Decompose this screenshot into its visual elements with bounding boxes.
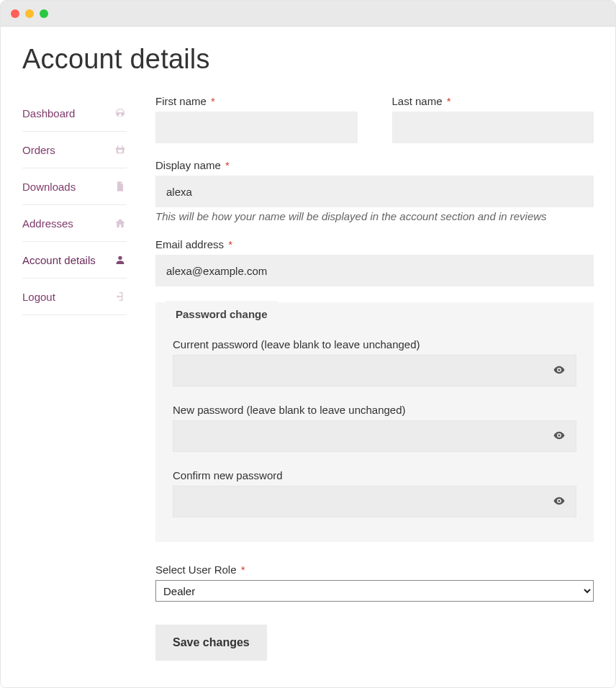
home-icon [114,217,127,230]
toggle-confirm-password-visibility[interactable] [549,492,569,512]
password-change-legend: Password change [166,301,278,327]
page-title: Account details [22,44,594,75]
current-password-label: Current password (leave blank to leave u… [173,338,576,350]
user-icon [114,253,127,266]
sidebar-item-dashboard[interactable]: Dashboard [22,95,127,132]
page-content: Account details Dashboard Orders [1,27,615,687]
basket-icon [114,143,127,156]
account-details-form: First name * Last name * [155,95,594,661]
required-marker: * [228,238,232,250]
save-changes-button[interactable]: Save changes [155,625,267,661]
required-marker: * [225,159,230,171]
sidebar-item-label: Downloads [22,181,76,193]
toggle-current-password-visibility[interactable] [549,361,569,381]
last-name-input[interactable] [392,112,594,143]
email-input[interactable] [155,255,594,286]
user-role-select[interactable]: Dealer [155,580,594,602]
email-label: Email address * [155,238,594,250]
display-name-input[interactable] [155,176,594,207]
dashboard-icon [114,107,127,119]
sidebar-item-account-details[interactable]: Account details [22,242,127,279]
required-marker: * [447,95,451,107]
window-close-dot[interactable] [11,9,19,18]
confirm-password-label: Confirm new password [173,469,576,481]
eye-icon [553,429,566,444]
account-sidebar: Dashboard Orders Downloads [22,95,127,315]
sidebar-item-logout[interactable]: Logout [22,279,127,315]
file-icon [114,180,127,193]
new-password-label: New password (leave blank to leave uncha… [173,404,576,416]
window-titlebar [1,1,615,27]
first-name-label: First name * [155,95,358,107]
new-password-input[interactable] [173,420,576,452]
window-maximize-dot[interactable] [40,9,48,18]
toggle-new-password-visibility[interactable] [549,426,569,446]
sidebar-item-downloads[interactable]: Downloads [22,168,127,205]
display-name-label: Display name * [155,159,594,171]
current-password-input[interactable] [173,355,576,386]
sidebar-item-label: Logout [22,291,55,303]
eye-icon [553,494,566,510]
confirm-password-input[interactable] [173,486,576,517]
app-window: Account details Dashboard Orders [0,0,616,688]
sidebar-item-label: Account details [22,254,96,266]
required-marker: * [241,563,245,576]
eye-icon [553,363,566,379]
sidebar-item-label: Addresses [22,217,73,230]
password-change-section: Password change Current password (leave … [155,302,594,542]
user-role-label: Select User Role * [155,563,594,576]
required-marker: * [211,95,215,107]
display-name-hint: This will be how your name will be displ… [155,210,594,222]
first-name-input[interactable] [155,112,358,143]
last-name-label: Last name * [392,95,594,107]
sidebar-item-label: Orders [22,144,55,156]
logout-icon [114,290,127,303]
window-minimize-dot[interactable] [25,9,34,18]
sidebar-item-addresses[interactable]: Addresses [22,205,127,242]
sidebar-item-label: Dashboard [22,107,75,119]
sidebar-item-orders[interactable]: Orders [22,132,127,168]
